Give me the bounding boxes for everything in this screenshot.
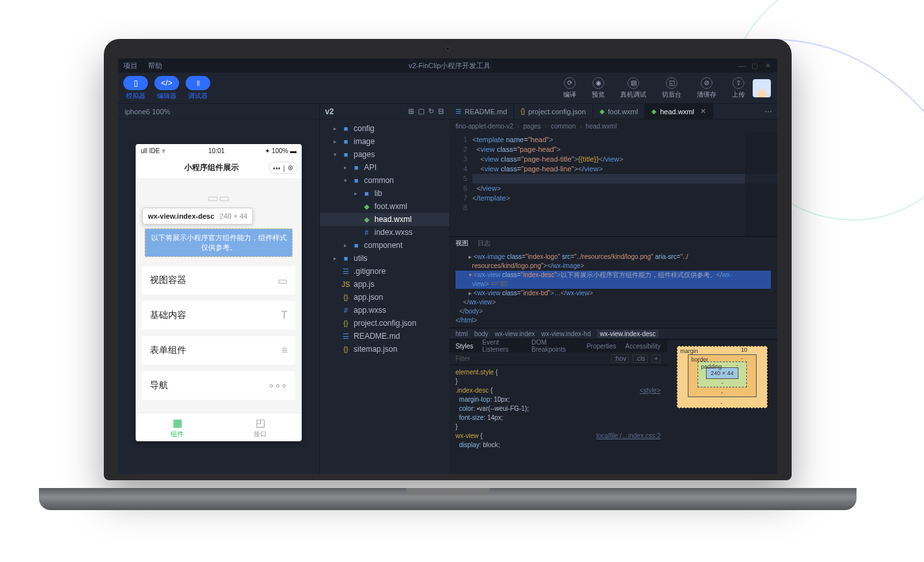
simulator-panel: iphone6 100% ull IDE ᯤ10:01✦ 100% ▬ 小程序组… [118,104,319,474]
new-file-icon[interactable]: ⊞ [408,107,414,116]
tree-file[interactable]: JSapp.js [320,278,449,291]
action-background[interactable]: ◱切后台 [662,77,681,99]
tree-file[interactable]: {}project.config.json [320,317,449,330]
tree-folder[interactable]: ▾■pages [320,148,449,161]
camera-dot [446,47,450,51]
action-compile[interactable]: ⟳编译 [563,77,576,99]
close-circle-icon[interactable]: ⊗ [287,164,293,172]
capsule-button[interactable]: •••|⊗ [269,162,298,174]
explorer-root-label: v2 [325,107,334,116]
logo-placeholder: ▭▭ [142,191,295,205]
box-model: margin 10 border - padding - 240 × 4 [667,339,777,474]
devtools: 视图 日志 ▸ <wx-image class="index-logo" src… [449,236,777,474]
ide-window: 项目 帮助 v2-FinClip小程序开发工具 — ▢ ✕ ▯模拟器 </>编辑… [118,58,777,474]
tab-api[interactable]: ◰接口 [219,413,302,441]
mode-editor[interactable]: </>编辑器 [153,76,180,101]
mode-simulator[interactable]: ▯模拟器 [122,76,149,101]
dom-path-item[interactable]: wx-view.index-hd [541,330,590,337]
close-tab-icon[interactable]: ✕ [700,107,706,116]
list-item[interactable]: 基础内容T [142,301,295,330]
tree-folder[interactable]: ▸■image [320,135,449,148]
minimap[interactable] [745,132,777,236]
menu-project[interactable]: 项目 [123,61,138,71]
dom-path-item[interactable]: body [474,330,489,337]
minimize-icon[interactable]: — [737,62,746,70]
tab-foot-wxml[interactable]: ◆foot.wxml [593,104,645,119]
tab-project-config[interactable]: {}project.config.json [514,104,592,119]
avatar[interactable] [753,79,771,97]
devtools-tab-elements[interactable]: 视图 [456,239,468,248]
list-item[interactable]: 表单组件≡ [142,336,295,365]
action-remote-debug[interactable]: ▤真机调试 [620,77,646,99]
new-rule-button[interactable]: + [651,354,661,363]
list-item[interactable]: 视图容器▭ [142,266,295,295]
collapse-icon[interactable]: ⊟ [438,107,444,116]
hov-toggle[interactable]: :hov [611,354,629,363]
mode-debugger[interactable]: ⫴调试器 [184,76,212,101]
text-icon: T [281,310,287,321]
action-clear-cache[interactable]: ⊘清缓存 [697,77,716,99]
devtools-tab-console[interactable]: 日志 [478,239,491,248]
phone-status-bar: ull IDE ᯤ10:01✦ 100% ▬ [136,144,302,157]
laptop-frame: 项目 帮助 v2-FinClip小程序开发工具 — ▢ ✕ ▯模拟器 </>编辑… [104,39,792,506]
phone-frame: ull IDE ᯤ10:01✦ 100% ▬ 小程序组件展示 •••|⊗ ▭▭ … [136,144,302,441]
menu-help[interactable]: 帮助 [148,61,162,71]
tab-readme[interactable]: ☰README.md [449,104,514,119]
tree-folder[interactable]: ▾■common [320,174,449,187]
laptop-base [39,488,857,510]
filter-input[interactable]: Filter [456,355,470,362]
tree-file[interactable]: {}sitemap.json [320,343,449,356]
inspect-tooltip: wx-view.index-desc240 × 44 [142,208,253,225]
tree-folder[interactable]: ▸■lib [320,187,449,200]
tabs-overflow-icon[interactable]: ⋯ [759,104,777,119]
tree-folder[interactable]: ▸■config [320,122,449,135]
tree-folder[interactable]: ▸■component [320,239,449,252]
window-title: v2-FinClip小程序开发工具 [173,61,727,71]
container-icon: ▭ [278,275,287,287]
dom-breadcrumb: html body wx-view.index wx-view.index-hd… [449,328,777,339]
menubar: 项目 帮助 v2-FinClip小程序开发工具 — ▢ ✕ [118,58,777,73]
tree-file[interactable]: ☰.gitignore [320,265,449,278]
tree-file[interactable]: {}app.json [320,291,449,304]
simulator-device-label: iphone6 100% [118,104,319,119]
breadcrumb: fino-applet-demo-v2› pages› common› head… [449,119,777,132]
listeners-tab[interactable]: Event Listeners [482,339,522,353]
editor-tabs: ☰README.md {}project.config.json ◆foot.w… [449,104,777,119]
tree-file[interactable]: ☰README.md [320,330,449,343]
tab-head-wxml[interactable]: ◆head.wxml✕ [645,104,713,119]
editor-panel: ☰README.md {}project.config.json ◆foot.w… [449,104,777,474]
maximize-icon[interactable]: ▢ [750,62,759,70]
new-folder-icon[interactable]: ▢ [418,107,424,116]
breakpoints-tab[interactable]: DOM Breakpoints [531,339,578,353]
grid-icon: ▦ [173,417,182,429]
action-preview[interactable]: ◉预览 [592,77,605,99]
properties-tab[interactable]: Properties [587,343,616,350]
cls-toggle[interactable]: .cls [633,354,648,363]
a11y-tab[interactable]: Accessibility [626,343,661,350]
css-rules[interactable]: element.style { } <style>.index-desc { m… [449,365,667,474]
tree-file-selected[interactable]: ◆head.wxml [320,213,449,226]
elements-tree[interactable]: ▸ <wx-image class="index-logo" src="../r… [449,250,777,328]
tree-file[interactable]: #index.wxss [320,226,449,239]
phone-tabbar: ▦组件 ◰接口 [136,413,302,441]
styles-tab[interactable]: Styles [456,343,473,350]
tab-components[interactable]: ▦组件 [136,413,219,441]
list-icon: ≡ [282,345,287,356]
tree-file[interactable]: ◆foot.wxml [320,200,449,213]
dom-path-item[interactable]: wx-view.index [495,330,535,337]
refresh-icon[interactable]: ↻ [428,107,434,116]
more-horiz-icon: ∘∘∘ [268,380,287,392]
dom-path-item[interactable]: html [456,330,468,337]
tree-file[interactable]: #app.wxss [320,304,449,317]
action-upload[interactable]: ⇧上传 [732,77,745,99]
dom-path-item-active[interactable]: wx-view.index-desc [597,330,658,338]
cube-icon: ◰ [256,417,265,429]
more-icon[interactable]: ••• [273,164,281,172]
close-icon[interactable]: ✕ [763,62,772,70]
phone-nav-bar: 小程序组件展示 •••|⊗ [136,157,302,179]
tree-folder[interactable]: ▸■utils [320,252,449,265]
file-explorer: v2 ⊞ ▢ ↻ ⊟ ▸■config ▸■image ▾■pages ▸■AP… [319,104,449,474]
code-editor[interactable]: 12345678 <template name="head"> <view cl… [449,132,777,236]
tree-folder[interactable]: ▸■API [320,161,449,174]
list-item[interactable]: 导航∘∘∘ [142,371,295,400]
